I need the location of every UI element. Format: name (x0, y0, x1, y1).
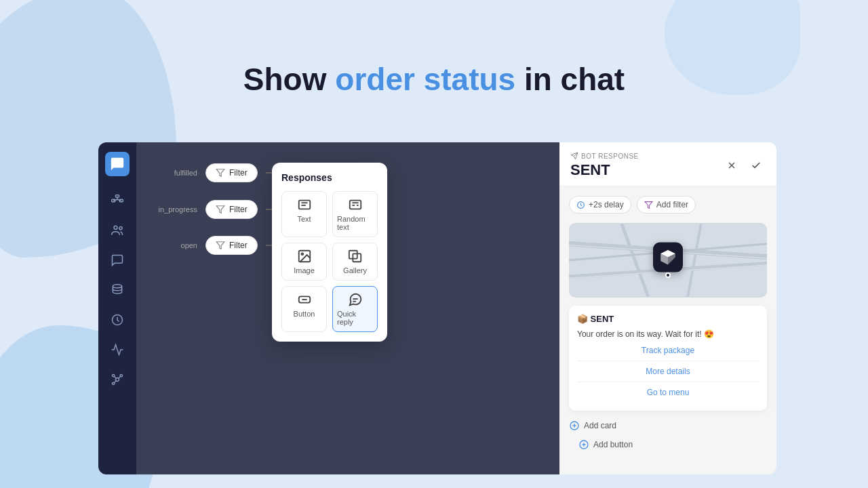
sidebar-item-clock[interactable] (105, 308, 130, 332)
add-button-label: Add button (593, 440, 633, 449)
sidebar (98, 142, 136, 474)
filter-label-open: Filter (229, 241, 248, 250)
bot-response-title-area: BOT RESPONSE SENT (570, 152, 639, 179)
response-item-text[interactable]: Text (281, 191, 327, 237)
confirm-button[interactable] (747, 156, 766, 175)
bot-header-actions (722, 156, 766, 175)
database-icon (111, 283, 124, 297)
response-item-image[interactable]: Image (281, 243, 327, 281)
sidebar-item-bubbles[interactable] (105, 248, 130, 272)
svg-marker-17 (216, 169, 224, 177)
response-item-quick-reply[interactable]: Quick reply (332, 286, 378, 332)
sidebar-item-analytics[interactable] (105, 338, 130, 362)
analytics-icon (111, 343, 124, 357)
users-icon (111, 224, 124, 237)
bubbles-icon (111, 253, 124, 267)
canvas-area: fulfilled Filter Bot response in_progres… (136, 142, 559, 474)
action-btn-more[interactable]: More details (577, 361, 759, 382)
responses-popup: Responses Text Random text (272, 163, 387, 342)
button-icon (297, 292, 312, 307)
svg-marker-20 (216, 206, 224, 214)
ui-container: fulfilled Filter Bot response in_progres… (98, 142, 776, 474)
bot-response-name: SENT (570, 161, 639, 179)
add-filter-chip[interactable]: Add filter (637, 196, 696, 214)
svg-marker-44 (645, 201, 652, 208)
message-card: 📦 SENT Your order is on its way. Wait fo… (569, 306, 767, 411)
svg-rect-27 (349, 201, 361, 209)
connections-icon (111, 373, 124, 386)
svg-point-7 (119, 227, 122, 230)
svg-marker-23 (216, 242, 224, 249)
sidebar-item-connections[interactable] (105, 367, 130, 392)
flow-label-open: open (150, 241, 197, 249)
response-image-label: Image (294, 266, 315, 274)
filter-node-inprogress[interactable]: Filter (205, 200, 258, 219)
map-pin (653, 243, 683, 272)
sidebar-logo[interactable] (105, 152, 130, 176)
response-item-gallery[interactable]: Gallery (332, 243, 378, 281)
bot-response-tag: BOT RESPONSE (570, 152, 639, 160)
message-title: 📦 SENT (577, 314, 759, 324)
filter-icon (216, 168, 225, 178)
random-text-icon (348, 197, 363, 212)
action-btn-menu[interactable]: Go to menu (577, 382, 759, 403)
add-card-label: Add card (584, 421, 616, 430)
sidebar-item-hierarchy[interactable] (105, 188, 130, 213)
response-button-label: Button (294, 310, 315, 318)
filter-node-open[interactable]: Filter (205, 236, 258, 255)
send-tag-icon (570, 152, 578, 160)
svg-line-14 (115, 377, 117, 379)
action-btn-track[interactable]: Track package (577, 340, 759, 361)
sidebar-item-users[interactable] (105, 218, 130, 243)
flow-label-inprogress: in_progress (150, 205, 197, 214)
hierarchy-icon (111, 194, 124, 207)
bot-response-header: BOT RESPONSE SENT (559, 142, 776, 186)
filter-icon-open (216, 241, 225, 250)
response-gallery-label: Gallery (343, 266, 367, 274)
action-buttons: Track package More details Go to menu (577, 340, 759, 403)
text-icon (297, 197, 312, 212)
chat-logo-icon (110, 157, 125, 171)
response-text-label: Text (297, 215, 311, 223)
message-section: 📦 SENT Your order is on its way. Wait fo… (569, 306, 767, 434)
filter-node-fulfilled[interactable]: Filter (205, 163, 258, 182)
add-button-row[interactable]: Add button (569, 434, 767, 455)
delay-chip[interactable]: +2s delay (569, 196, 631, 214)
add-button-icon (578, 439, 589, 450)
close-icon (726, 160, 737, 171)
image-icon (297, 249, 312, 264)
filter-label-fulfilled: Filter (229, 168, 248, 178)
package-icon (659, 249, 677, 266)
clock-icon (111, 313, 124, 327)
map-dot (665, 272, 671, 278)
headline-part1: Show (243, 62, 335, 97)
map-card (569, 223, 767, 298)
flow-label-fulfilled: fulfilled (150, 169, 197, 177)
sidebar-item-database[interactable] (105, 278, 130, 302)
responses-title: Responses (281, 172, 378, 183)
headline-highlight: order status (335, 62, 515, 97)
svg-point-6 (114, 226, 117, 229)
response-quick-reply-label: Quick reply (337, 310, 373, 326)
quick-reply-icon (348, 292, 363, 307)
response-item-button[interactable]: Button (281, 286, 327, 332)
svg-line-15 (119, 377, 121, 379)
action-chips: +2s delay Add filter (569, 196, 767, 214)
add-card-button[interactable]: Add card (569, 418, 767, 434)
svg-point-32 (301, 253, 303, 255)
svg-point-12 (120, 375, 122, 377)
headline: Show order status in chat (0, 61, 868, 98)
filter-chip-icon (644, 201, 653, 209)
gallery-icon (348, 249, 363, 264)
close-button[interactable] (722, 156, 741, 175)
svg-point-13 (113, 382, 115, 384)
svg-point-11 (113, 375, 115, 377)
svg-rect-0 (116, 195, 119, 197)
filter-label-inprogress: Filter (229, 205, 248, 214)
svg-line-16 (115, 381, 117, 383)
add-card-icon (569, 420, 580, 431)
headline-part2: in chat (515, 62, 625, 97)
svg-point-8 (113, 285, 121, 288)
response-item-random-text[interactable]: Random text (332, 191, 378, 237)
message-body: Your order is on its way. Wait for it! 😍 (577, 328, 759, 340)
